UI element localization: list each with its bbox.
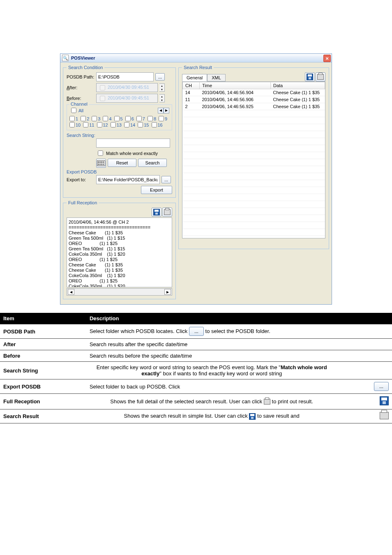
app-icon: 🔍 (62, 55, 69, 61)
search-string-input[interactable] (96, 139, 170, 148)
print-icon (264, 399, 270, 405)
browse-icon: ... (374, 382, 389, 391)
channel-checkbox-2[interactable]: 2 (81, 116, 89, 121)
table-row[interactable]: 22010/04/06, 14:46:56.925Cheese Cake (1)… (183, 103, 325, 110)
table-row[interactable]: 142010/04/06, 14:46:56.904Cheese Cake (1… (183, 89, 325, 96)
table-row[interactable]: 112010/04/06, 14:46:56.906Cheese Cake (1… (183, 96, 325, 103)
scroll-right-icon: ▶ (164, 289, 171, 295)
channel-checkbox-1[interactable]: 1 (69, 116, 78, 121)
channel-checkbox-7[interactable]: 7 (136, 116, 145, 121)
save-icon (307, 74, 313, 80)
full-reception-text[interactable]: 2010/04/06, 14:46:56 @ CH 2=============… (67, 217, 172, 287)
print-icon (317, 74, 324, 80)
doc-row-posdb-path: POSDB Path (0, 324, 86, 339)
tab-general[interactable]: General (182, 74, 207, 81)
match-whole-word-label[interactable]: Match whole word exactly (106, 151, 158, 156)
export-to-input[interactable] (96, 175, 160, 184)
channel-checkbox-5[interactable]: 5 (114, 116, 123, 121)
print-icon (164, 209, 171, 215)
doc-row-before: Before (0, 350, 86, 362)
search-result-legend: Search Result (182, 65, 214, 70)
full-reception-save-button[interactable] (152, 208, 161, 217)
channel-checkbox-11[interactable]: 11 (83, 122, 94, 127)
match-whole-word-checkbox[interactable] (98, 150, 103, 156)
after-field[interactable]: 2010/04/30 09:45:51 (96, 83, 158, 92)
doc-row-full-reception: Full Reception (0, 394, 86, 409)
doc-row-after: After (0, 339, 86, 350)
channel-checkbox-16[interactable]: 16 (152, 122, 163, 127)
doc-header-item: Item (0, 313, 86, 324)
reset-button[interactable]: Reset (108, 159, 136, 167)
channel-checkbox-6[interactable]: 6 (125, 116, 134, 121)
search-condition-legend: Search Condition (67, 65, 104, 70)
full-reception-legend: Full Reception (67, 200, 99, 205)
channel-prev-button[interactable]: ◀ (158, 108, 164, 113)
doc-row-export-posdb: Export POSDB (0, 379, 86, 394)
full-reception-group: Full Reception 2010/04/06, 14:46:56 @ CH… (63, 200, 176, 299)
after-label: After: (67, 85, 95, 90)
col-ch[interactable]: CH (183, 82, 200, 89)
export-posdb-legend: Export POSDB (67, 169, 172, 174)
save-icon (380, 396, 389, 405)
doc-row-search-result: Search Result (0, 409, 86, 423)
channel-checkbox-3[interactable]: 3 (92, 116, 100, 121)
channel-checkbox-4[interactable]: 4 (103, 116, 111, 121)
channel-checkbox-9[interactable]: 9 (159, 116, 167, 121)
export-button[interactable]: Export (141, 186, 172, 194)
channel-next-button[interactable]: ▶ (164, 108, 169, 113)
posviewer-window: 🔍 POSViewer ✕ Search Condition POSDB Pat… (60, 53, 332, 305)
search-result-group: Search Result General XML (178, 65, 329, 249)
full-reception-print-button[interactable] (162, 208, 172, 217)
result-save-button[interactable] (305, 72, 315, 81)
before-label: Before: (67, 96, 95, 101)
export-browse-button[interactable]: ... (161, 176, 171, 183)
keyboard-icon (97, 160, 105, 166)
result-print-button[interactable] (316, 72, 325, 81)
search-button[interactable]: Search (138, 159, 167, 167)
tab-xml[interactable]: XML (207, 74, 226, 81)
full-reception-hscroll[interactable]: ◀▶ (67, 288, 172, 296)
print-icon (380, 412, 389, 419)
channel-checkbox-13[interactable]: 13 (111, 122, 122, 127)
window-title: POSViewer (71, 56, 95, 60)
scroll-left-icon: ◀ (68, 289, 74, 295)
channel-checkbox-10[interactable]: 10 (69, 122, 81, 127)
doc-row-search-string: Search String (0, 362, 86, 379)
posdb-browse-button[interactable]: ... (155, 73, 165, 81)
channel-label: Channel (69, 102, 89, 106)
channel-grid: 12345678910111213141516 (69, 116, 169, 127)
doc-header-desc: Description (86, 313, 392, 324)
channel-checkbox-14[interactable]: 14 (124, 122, 135, 127)
result-table[interactable]: CH Time Data 142010/04/06, 14:46:56.904C… (182, 81, 325, 238)
before-field[interactable]: 2010/04/30 09:45:51 (96, 94, 158, 103)
search-condition-group: Search Condition POSDB Path: ... After: … (63, 65, 176, 198)
channel-checkbox-12[interactable]: 12 (97, 122, 108, 127)
col-time[interactable]: Time (200, 82, 271, 89)
posdb-path-input[interactable] (96, 72, 154, 81)
close-button[interactable]: ✕ (323, 55, 331, 62)
channel-all[interactable]: All (69, 106, 83, 114)
channel-subgroup: Channel All ◀ ▶ 12345678910111213141516 (67, 104, 172, 130)
browse-icon: ... (189, 327, 204, 336)
col-data[interactable]: Data (271, 82, 325, 89)
search-string-label: Search String: (67, 133, 172, 138)
save-icon (153, 209, 160, 215)
posdb-path-label: POSDB Path: (67, 74, 95, 79)
after-spinner[interactable]: ▲▼ (159, 83, 165, 92)
save-icon (249, 413, 256, 420)
before-spinner[interactable]: ▲▼ (159, 94, 165, 102)
titlebar: 🔍 POSViewer ✕ (60, 54, 332, 62)
export-to-label: Export to: (67, 177, 95, 182)
channel-checkbox-15[interactable]: 15 (138, 122, 149, 127)
channel-checkbox-8[interactable]: 8 (148, 116, 156, 121)
doc-table: Item Description POSDB Path Select folde… (0, 313, 392, 423)
keyboard-button[interactable] (96, 159, 106, 168)
